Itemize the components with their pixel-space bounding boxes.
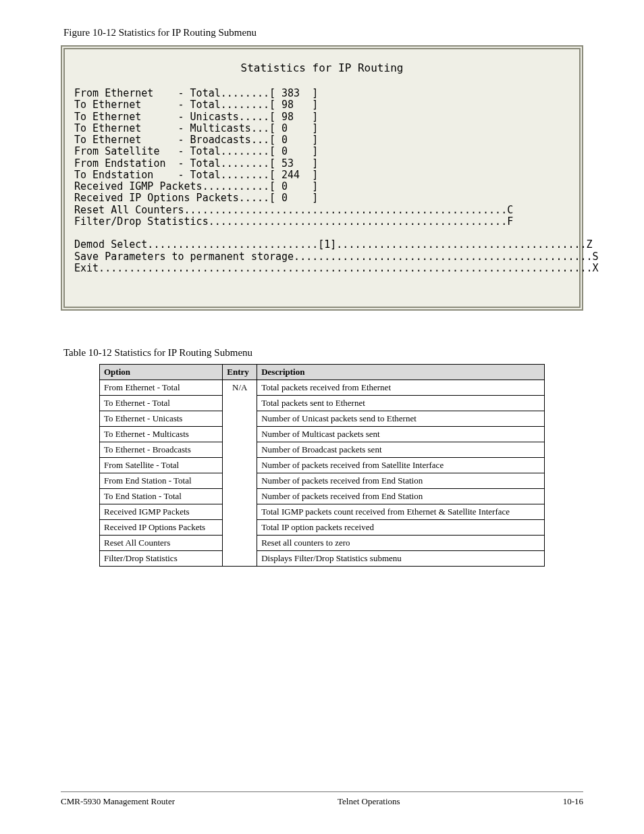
cell-description: Number of Broadcast packets sent bbox=[257, 442, 545, 458]
footer-center: Telnet Operations bbox=[338, 796, 400, 807]
cell-description: Number of Multicast packets sent bbox=[257, 427, 545, 442]
cell-description: Total IGMP packets count received from E… bbox=[257, 504, 545, 520]
cell-option: Received IGMP Packets bbox=[100, 504, 223, 520]
terminal-content: From Ethernet - Total........[ 383 ] To … bbox=[74, 88, 570, 274]
footer-right: 10-16 bbox=[563, 796, 583, 807]
table-row: To Ethernet - BroadcastsNumber of Broadc… bbox=[100, 442, 545, 458]
cell-description: Total packets received from Ethernet bbox=[257, 380, 545, 396]
table-row: To Ethernet - UnicastsNumber of Unicast … bbox=[100, 411, 545, 427]
cell-option: To Ethernet - Multicasts bbox=[100, 427, 223, 442]
options-table: Option Entry Description From Ethernet -… bbox=[99, 364, 545, 567]
cell-option: Filter/Drop Statistics bbox=[100, 551, 223, 567]
cell-description: Number of packets received from End Stat… bbox=[257, 473, 545, 489]
cell-entry: N/A bbox=[223, 380, 257, 567]
cell-option: From End Station - Total bbox=[100, 473, 223, 489]
col-option: Option bbox=[100, 365, 223, 380]
table-row: To Ethernet - MulticastsNumber of Multic… bbox=[100, 427, 545, 442]
cell-description: Total packets sent to Ethernet bbox=[257, 396, 545, 411]
cell-description: Reset all counters to zero bbox=[257, 536, 545, 551]
cell-option: From Satellite - Total bbox=[100, 458, 223, 473]
footer-rule bbox=[61, 791, 583, 792]
cell-description: Number of Unicast packets send to Ethern… bbox=[257, 411, 545, 427]
cell-option: To End Station - Total bbox=[100, 489, 223, 504]
terminal-window: Statistics for IP Routing From Ethernet … bbox=[61, 45, 583, 311]
window-title: Statistics for IP Routing bbox=[74, 61, 570, 74]
table-row: Received IP Options PacketsTotal IP opti… bbox=[100, 520, 545, 536]
cell-description: Number of packets received from Satellit… bbox=[257, 458, 545, 473]
table-row: To Ethernet - TotalTotal packets sent to… bbox=[100, 396, 545, 411]
figure-caption: Figure 10-12 Statistics for IP Routing S… bbox=[63, 27, 583, 38]
table-row: To End Station - TotalNumber of packets … bbox=[100, 489, 545, 504]
footer-left: CMR-5930 Management Router bbox=[61, 796, 175, 807]
table-row: From Satellite - TotalNumber of packets … bbox=[100, 458, 545, 473]
cell-option: Reset All Counters bbox=[100, 536, 223, 551]
table-row: Received IGMP PacketsTotal IGMP packets … bbox=[100, 504, 545, 520]
table-header-row: Option Entry Description bbox=[100, 365, 545, 380]
page-footer: CMR-5930 Management Router Telnet Operat… bbox=[61, 791, 583, 807]
cell-option: To Ethernet - Total bbox=[100, 396, 223, 411]
table-row: From Ethernet - TotalN/ATotal packets re… bbox=[100, 380, 545, 396]
col-description: Description bbox=[257, 365, 545, 380]
cell-option: From Ethernet - Total bbox=[100, 380, 223, 396]
cell-description: Total IP option packets received bbox=[257, 520, 545, 536]
table-row: Reset All CountersReset all counters to … bbox=[100, 536, 545, 551]
table-row: Filter/Drop StatisticsDisplays Filter/Dr… bbox=[100, 551, 545, 567]
page: Figure 10-12 Statistics for IP Routing S… bbox=[0, 0, 644, 834]
col-entry: Entry bbox=[223, 365, 257, 380]
table-row: From End Station - TotalNumber of packet… bbox=[100, 473, 545, 489]
cell-option: Received IP Options Packets bbox=[100, 520, 223, 536]
cell-option: To Ethernet - Unicasts bbox=[100, 411, 223, 427]
cell-description: Number of packets received from End Stat… bbox=[257, 489, 545, 504]
table-caption: Table 10-12 Statistics for IP Routing Su… bbox=[63, 347, 583, 359]
cell-option: To Ethernet - Broadcasts bbox=[100, 442, 223, 458]
cell-description: Displays Filter/Drop Statistics submenu bbox=[257, 551, 545, 567]
